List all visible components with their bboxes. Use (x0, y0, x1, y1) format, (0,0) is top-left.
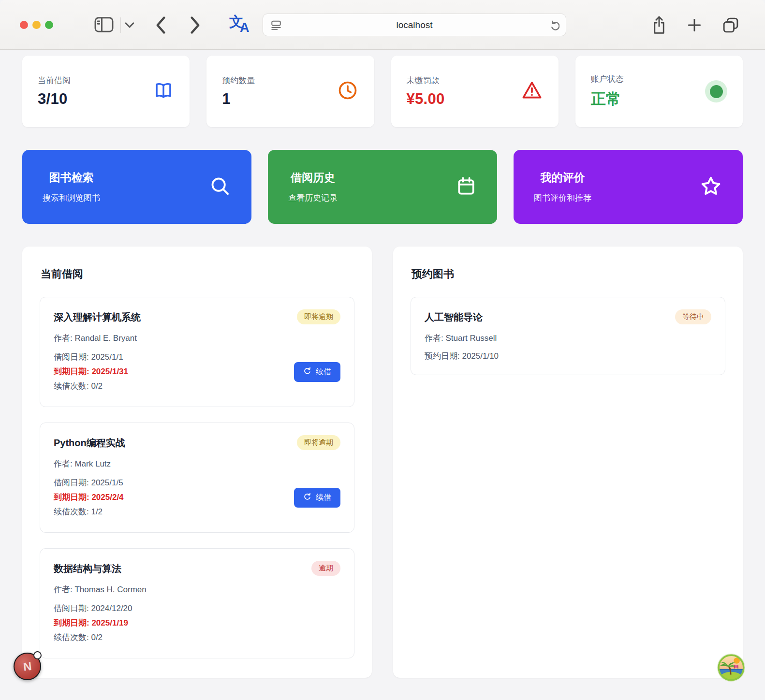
action-title: 图书检索 (43, 170, 100, 185)
url-text: localhost (397, 20, 433, 30)
borrow-date: 借阅日期: 2025/1/1 (54, 350, 128, 365)
stats-row: 当前借阅 3/10 预约数量 1 (22, 56, 743, 127)
due-date: 到期日期: 2025/1/31 (54, 365, 128, 379)
renew-count: 续借次数: 0/2 (54, 630, 132, 645)
clock-icon (337, 79, 359, 103)
minimize-window-button[interactable] (32, 21, 41, 29)
book-title: 数据结构与算法 (54, 561, 121, 575)
translate-icon[interactable]: 文A (229, 14, 253, 37)
search-icon (209, 175, 231, 199)
status-badge: 即将逾期 (297, 309, 340, 324)
stat-card-current-borrow: 当前借阅 3/10 (22, 56, 190, 127)
borrowed-book-card: 数据结构与算法 逾期 作者: Thomas H. Cormen 借阅日期: 20… (40, 548, 354, 658)
stat-card-reservations: 预约数量 1 (206, 56, 374, 127)
new-tab-icon[interactable] (687, 17, 702, 33)
stat-card-account-status: 账户状态 正常 (575, 56, 743, 127)
action-title: 借阅历史 (288, 170, 338, 185)
browser-toolbar: 文A localhost (0, 0, 765, 50)
stat-value: 正常 (591, 89, 624, 109)
reload-icon[interactable] (549, 20, 559, 33)
book-author: 作者: Mark Lutz (54, 458, 340, 469)
badge-dot (33, 651, 42, 659)
main-panels: 当前借阅 深入理解计算机系统 即将逾期 作者: Randal E. Bryant… (22, 247, 743, 678)
renew-count: 续借次数: 1/2 (54, 505, 124, 519)
current-borrow-panel: 当前借阅 深入理解计算机系统 即将逾期 作者: Randal E. Bryant… (22, 247, 372, 678)
close-window-button[interactable] (20, 21, 28, 29)
back-button[interactable] (155, 15, 167, 35)
borrow-date: 借阅日期: 2024/12/20 (54, 601, 132, 616)
book-author: 作者: Randal E. Bryant (54, 333, 340, 344)
book-search-button[interactable]: 图书检索 搜索和浏览图书 (22, 150, 251, 224)
status-badge: 逾期 (311, 561, 340, 576)
sidebar-toggle-icon[interactable] (94, 16, 114, 33)
renew-count: 续借次数: 0/2 (54, 379, 128, 394)
borrowed-book-card: 深入理解计算机系统 即将逾期 作者: Randal E. Bryant 借阅日期… (40, 297, 354, 407)
share-icon[interactable] (651, 15, 667, 36)
refresh-icon (303, 493, 311, 503)
status-badge: 即将逾期 (297, 435, 340, 450)
notification-badge[interactable]: N (14, 653, 41, 680)
stat-label: 账户状态 (591, 73, 624, 85)
reader-view-icon[interactable] (270, 19, 282, 33)
chevron-down-icon[interactable] (125, 22, 134, 29)
status-dot-icon (705, 80, 727, 102)
reserved-book-card: 人工智能导论 等待中 作者: Stuart Russell 预约日期: 2025… (411, 297, 725, 375)
stat-label: 未缴罚款 (407, 75, 445, 86)
book-open-icon (153, 80, 174, 103)
zoom-window-button[interactable] (45, 21, 53, 29)
stat-label: 当前借阅 (38, 75, 71, 86)
warning-icon (521, 79, 543, 103)
stat-value: ¥5.00 (407, 90, 445, 108)
stat-value: 1 (222, 90, 255, 108)
quick-actions-row: 图书检索 搜索和浏览图书 借阅历史 查看历史记录 (22, 150, 743, 224)
book-title: 深入理解计算机系统 (54, 309, 141, 324)
panel-title: 当前借阅 (41, 267, 354, 281)
my-reviews-button[interactable]: 我的评价 图书评价和推荐 (514, 150, 743, 224)
status-badge: 等待中 (675, 309, 711, 324)
action-subtitle: 搜索和浏览图书 (43, 192, 100, 204)
tab-overview-icon[interactable] (721, 16, 740, 34)
window-controls (20, 21, 53, 29)
page-content: 当前借阅 3/10 预约数量 1 (0, 50, 765, 678)
book-title: 人工智能导论 (425, 309, 483, 324)
stat-card-fines: 未缴罚款 ¥5.00 (391, 56, 559, 127)
renew-button[interactable]: 续借 (294, 488, 340, 508)
island-widget-icon[interactable] (717, 654, 745, 682)
reserve-date: 预约日期: 2025/1/10 (425, 350, 711, 362)
stat-value: 3/10 (38, 90, 71, 108)
action-subtitle: 查看历史记录 (288, 192, 338, 204)
address-bar[interactable]: localhost (263, 14, 566, 36)
due-date: 到期日期: 2025/1/19 (54, 616, 132, 630)
reserved-books-panel: 预约图书 人工智能导论 等待中 作者: Stuart Russell 预约日期:… (393, 247, 743, 678)
book-author: 作者: Thomas H. Cormen (54, 584, 340, 595)
action-subtitle: 图书评价和推荐 (534, 192, 591, 204)
calendar-icon (456, 175, 477, 198)
borrowed-book-card: Python编程实战 即将逾期 作者: Mark Lutz 借阅日期: 2025… (40, 423, 354, 533)
due-date: 到期日期: 2025/2/4 (54, 490, 124, 505)
action-title: 我的评价 (534, 170, 591, 185)
star-icon (699, 175, 722, 199)
stat-label: 预约数量 (222, 75, 255, 86)
borrow-date: 借阅日期: 2025/1/5 (54, 476, 124, 490)
forward-button[interactable] (189, 15, 201, 35)
book-title: Python编程实战 (54, 435, 125, 450)
toolbar-divider (120, 17, 121, 33)
refresh-icon (303, 367, 311, 377)
renew-button[interactable]: 续借 (294, 362, 340, 382)
book-author: 作者: Stuart Russell (425, 333, 711, 344)
borrow-history-button[interactable]: 借阅历史 查看历史记录 (268, 150, 497, 224)
panel-title: 预约图书 (412, 267, 725, 281)
